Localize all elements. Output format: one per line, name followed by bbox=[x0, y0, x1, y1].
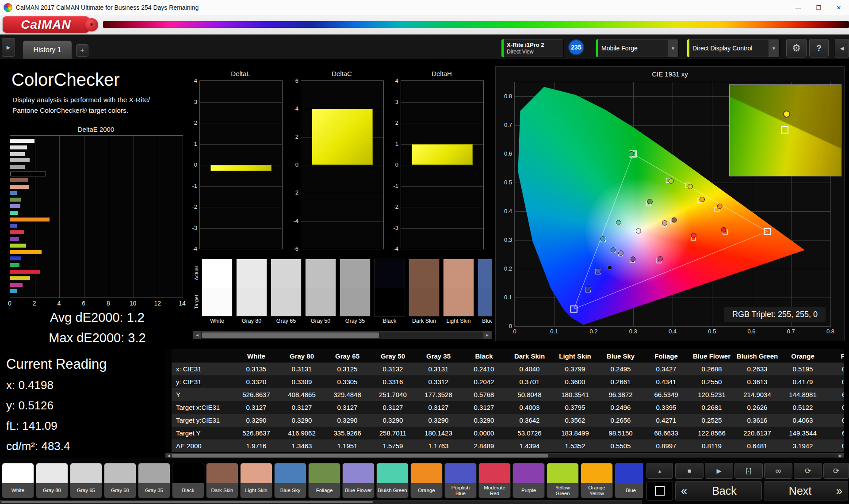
calman-logo: CalMAN bbox=[3, 16, 89, 33]
settings-button[interactable]: ⚙ bbox=[786, 39, 807, 57]
scroll-right-icon[interactable]: ► bbox=[483, 332, 491, 339]
table-gutter bbox=[165, 414, 172, 427]
table-cell: 0.5122 bbox=[780, 401, 826, 414]
title-bar: CalMAN 2017 CalMAN Ultimate for Business… bbox=[0, 0, 849, 15]
refresh-icon: ⟳ bbox=[833, 466, 839, 476]
swatch-label: Bluish Green bbox=[377, 483, 408, 498]
swatch-label: Purple bbox=[513, 483, 544, 498]
avg-de2000-text: Avg dE2000: 1.2 bbox=[0, 310, 195, 325]
table-cell: 50.8048 bbox=[507, 388, 552, 401]
swatch-button-yellow-green[interactable]: Yellow Green bbox=[547, 463, 579, 498]
strip-scrollbar[interactable]: ◄ ► bbox=[193, 331, 492, 339]
cie-x-tick: 0.6 bbox=[745, 328, 758, 335]
swatch-button-gray-35[interactable]: Gray 35 bbox=[138, 463, 170, 498]
swatch-button-moderate-red[interactable]: Moderate Red bbox=[478, 463, 511, 498]
table-row-y: Y526.8637408.4865329.4848251.7040177.352… bbox=[165, 388, 844, 401]
swatch-button-bluish-green[interactable]: Bluish Green bbox=[376, 463, 409, 498]
single-measure-button[interactable]: [·] bbox=[734, 463, 763, 479]
table-cell: 0.3290 bbox=[461, 414, 507, 427]
refresh-button[interactable]: ⟳ bbox=[794, 463, 822, 479]
help-button[interactable]: ? bbox=[809, 39, 829, 57]
deltae-bar-blue-sky bbox=[10, 191, 17, 195]
minimize-button[interactable]: — bbox=[788, 0, 808, 15]
back-button[interactable]: « Back bbox=[675, 481, 762, 500]
deltae-bar-blue bbox=[10, 256, 21, 260]
deltae-chart bbox=[10, 135, 183, 298]
swatch-button-dark-skin[interactable]: Dark Skin bbox=[206, 463, 238, 498]
source-dropdown[interactable]: Mobile Forge ▼ bbox=[596, 39, 679, 57]
app-icon bbox=[4, 3, 12, 12]
table-cell: 0.8119 bbox=[689, 439, 734, 452]
cie-measured-green bbox=[629, 151, 634, 156]
cie-y-tick: 0.7 bbox=[500, 122, 512, 128]
deltae-bar-light-skin bbox=[10, 185, 29, 189]
next-arrow-icon: » bbox=[836, 485, 842, 497]
table-header-dark-skin: Dark Skin bbox=[507, 349, 552, 363]
swatch-button-white[interactable]: White bbox=[2, 463, 34, 498]
maximize-button[interactable]: ❐ bbox=[808, 0, 829, 15]
swatch-button-gray-65[interactable]: Gray 65 bbox=[70, 463, 102, 498]
deltae-bar-yellow-green bbox=[10, 244, 26, 248]
table-row-label: Target Y bbox=[172, 427, 233, 439]
table-cell: 329.4848 bbox=[325, 388, 370, 401]
panel-collapse-button[interactable]: ◀ bbox=[835, 39, 849, 57]
add-tab-button[interactable]: + bbox=[76, 44, 88, 57]
swatch-button-foliage[interactable]: Foliage bbox=[308, 463, 340, 498]
delta-y-tick: 0 bbox=[184, 161, 197, 168]
swatch-button-black[interactable]: Black bbox=[172, 463, 204, 498]
pattern-window-button[interactable] bbox=[646, 481, 673, 500]
bottom-scrollbar-thumb[interactable] bbox=[1, 501, 373, 503]
swatch-color bbox=[479, 463, 510, 483]
cie-measured-black bbox=[608, 266, 612, 270]
display-control-dropdown[interactable]: Direct Display Control ▼ bbox=[687, 39, 780, 57]
meter-mode: Direct View bbox=[507, 49, 533, 55]
delta-gridline bbox=[200, 102, 282, 103]
delta-y-tick: 3 bbox=[184, 99, 197, 105]
extra-action-button[interactable]: ⟳ bbox=[823, 463, 849, 479]
swatch-button-purplish-blue[interactable]: Purplish Blue bbox=[444, 463, 477, 498]
swatch-color bbox=[513, 463, 544, 483]
table-cell: 408.4865 bbox=[279, 388, 325, 401]
table-header-blue-flower: Blue Flower bbox=[689, 349, 734, 363]
continuous-measure-button[interactable]: ∞ bbox=[764, 463, 792, 479]
swatch-button-blue-flower[interactable]: Blue Flower bbox=[342, 463, 375, 498]
stop-button[interactable]: ■ bbox=[675, 463, 704, 479]
strip-scrollbar-thumb[interactable] bbox=[202, 332, 379, 338]
cie-x-tick: 0.2 bbox=[587, 328, 600, 335]
scroll-left-icon[interactable]: ◄ bbox=[193, 332, 201, 339]
swatch-color bbox=[377, 463, 408, 483]
table-cell: 0.3132 bbox=[370, 363, 416, 375]
deltae-bar-moderate-red bbox=[10, 230, 24, 234]
next-button[interactable]: Next » bbox=[764, 481, 848, 500]
swatch-button-blue-sky[interactable]: Blue Sky bbox=[274, 463, 306, 498]
layout-expand-button[interactable]: ▶ bbox=[2, 38, 15, 57]
tab-history-1[interactable]: History 1 bbox=[23, 41, 72, 59]
meter-dropdown[interactable]: X-Rite i1Pro 2 Direct View bbox=[501, 39, 564, 57]
arrow-left-icon: ◀ bbox=[840, 46, 844, 51]
logo-menu-button[interactable]: ▼ bbox=[85, 18, 98, 31]
swatch-button-light-skin[interactable]: Light Skin bbox=[240, 463, 272, 498]
close-button[interactable]: ✕ bbox=[829, 0, 849, 15]
table-cell: 526.8637 bbox=[233, 427, 279, 439]
delta-y-tick: -3 bbox=[385, 225, 398, 231]
panel-up-button[interactable]: ▲ bbox=[646, 463, 673, 479]
deltae-bar-purplish-blue bbox=[10, 224, 17, 228]
swatch-color bbox=[411, 463, 442, 483]
swatch-button-gray-50[interactable]: Gray 50 bbox=[104, 463, 136, 498]
logo-bar: CalMAN ▼ bbox=[0, 15, 849, 35]
delta-y-tick: -2 bbox=[385, 203, 398, 210]
swatch-button-purple[interactable]: Purple bbox=[512, 463, 545, 498]
play-button[interactable]: ▶ bbox=[705, 463, 733, 479]
deltae-bar-black bbox=[10, 172, 46, 176]
cie-x-tick: 0.1 bbox=[547, 328, 561, 335]
bottom-scrollbar[interactable] bbox=[0, 500, 642, 504]
delta-y-tick: 1 bbox=[184, 141, 197, 147]
swatch-button-gray-80[interactable]: Gray 80 bbox=[36, 463, 68, 498]
table-cell: 0.3290 bbox=[325, 414, 370, 427]
table-scrollbar-thumb[interactable] bbox=[172, 454, 548, 458]
swatch-button-blue[interactable]: Blue bbox=[615, 463, 643, 498]
delta-y-tick: 0 bbox=[285, 161, 298, 168]
swatch-button-orange[interactable]: Orange bbox=[410, 463, 443, 498]
swatch-button-orange-yellow[interactable]: Orange Yellow bbox=[581, 463, 613, 498]
swatch-color bbox=[309, 463, 340, 483]
